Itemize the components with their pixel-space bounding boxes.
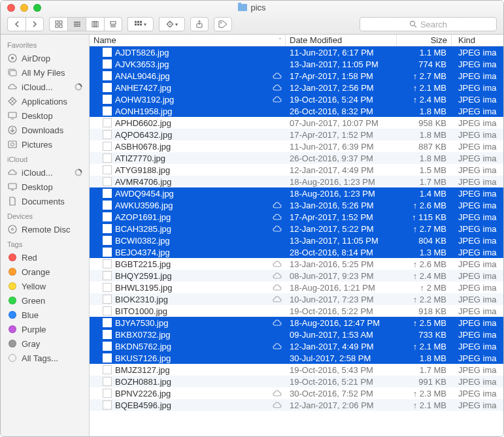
window-title: pics	[1, 3, 503, 12]
svg-point-46	[8, 225, 16, 233]
file-name: ANAL9046.jpg	[115, 71, 170, 81]
file-date: 13-Jan-2016, 5:25 PM	[286, 259, 397, 269]
file-row[interactable]: BCAH3285.jpg12-Jan-2017, 5:22 PM2.7 MBJP…	[90, 223, 503, 235]
sidebar-item-red[interactable]: Red	[1, 250, 89, 265]
file-row[interactable]: BCWI0382.jpg13-Jan-2017, 11:05 PM804 KBJ…	[90, 235, 503, 246]
file-row[interactable]: AONH1958.jpg26-Oct-2016, 8:32 PM1.8 MBJP…	[90, 105, 503, 117]
forward-button[interactable]	[25, 17, 44, 31]
minimize-button[interactable]	[20, 4, 28, 12]
sidebar-item-alltags[interactable]: All Tags...	[1, 351, 89, 365]
alltags-icon	[7, 353, 18, 363]
file-row[interactable]: BKBX0732.jpg09-Jun-2017, 1:53 AM733 KBJP…	[90, 329, 503, 340]
list-view-button[interactable]	[67, 17, 86, 31]
file-kind: JPEG ima	[452, 59, 503, 69]
zoom-button[interactable]	[33, 4, 41, 12]
file-row[interactable]: BHQY2591.jpg08-Jun-2017, 9:23 PM2.4 MBJP…	[90, 270, 503, 282]
close-button[interactable]	[7, 4, 15, 12]
coverflow-view-button[interactable]	[104, 17, 122, 31]
file-row[interactable]: BEJO4374.jpg28-Oct-2016, 8:14 PM1.3 MBJP…	[90, 246, 503, 258]
sidebar-item-yellow[interactable]: Yellow	[1, 279, 89, 293]
file-row[interactable]: AWKU3596.jpg13-Jan-2016, 5:26 PM2.6 MBJP…	[90, 199, 503, 211]
file-row[interactable]: BKDN5762.jpg12-Jan-2017, 4:49 PM2.1 MBJP…	[90, 340, 503, 352]
column-name[interactable]: Nameˆ	[90, 35, 286, 46]
file-size: 115 KB	[397, 212, 452, 222]
sidebar-item-gray[interactable]: Gray	[1, 336, 89, 351]
file-name: ASBH0678.jpg	[115, 142, 171, 152]
sidebar-item-documents[interactable]: Documents	[1, 194, 89, 208]
sidebar-item-green[interactable]: Green	[1, 293, 89, 308]
file-row[interactable]: BIOK2310.jpg10-Jun-2017, 7:23 PM2.2 MBJP…	[90, 293, 503, 305]
file-date: 12-Jan-2017, 2:56 PM	[286, 83, 397, 93]
sidebar-item-icloud[interactable]: iCloud...	[1, 165, 89, 180]
share-button[interactable]	[190, 17, 209, 31]
file-row[interactable]: AOHW3192.jpg19-Oct-2016, 5:24 PM2.4 MBJP…	[90, 93, 503, 105]
file-row[interactable]: BITO1000.jpg19-Oct-2016, 5:22 PM918 KBJP…	[90, 305, 503, 317]
file-row[interactable]: ANAL9046.jpg17-Apr-2017, 1:58 PM2.7 MBJP…	[90, 70, 503, 82]
file-row[interactable]: BOZH0881.jpg19-Oct-2016, 5:21 PM991 KBJP…	[90, 376, 503, 387]
search-field[interactable]: Search	[360, 17, 497, 31]
file-row[interactable]: ASBH0678.jpg11-Jun-2017, 6:39 PM887 KBJP…	[90, 140, 503, 152]
file-size: 804 KB	[397, 236, 452, 246]
file-size: 1.4 MB	[397, 189, 452, 199]
sidebar-item-applications[interactable]: Applications	[1, 94, 89, 108]
jpeg-file-icon	[103, 201, 112, 210]
file-name: ATYG9188.jpg	[115, 165, 170, 175]
file-row[interactable]: AQPO6432.jpg17-Apr-2017, 1:52 PM1.8 MBJP…	[90, 129, 503, 140]
cloud-icon	[273, 402, 282, 408]
jpeg-file-icon	[103, 212, 112, 221]
file-row[interactable]: APHD6602.jpg07-Jun-2017, 10:07 PM958 KBJ…	[90, 117, 503, 129]
action-button[interactable]: ▾	[159, 17, 185, 31]
svg-point-27	[220, 22, 222, 24]
sidebar-item-label: Remote Disc	[22, 225, 70, 235]
sidebar-item-desktop[interactable]: Desktop	[1, 180, 89, 194]
file-row[interactable]: AJVK3653.jpg13-Jan-2017, 11:05 PM774 KBJ…	[90, 58, 503, 70]
file-row[interactable]: BJYA7530.jpg18-Aug-2016, 12:47 PM2.5 MBJ…	[90, 317, 503, 329]
file-row[interactable]: BQEB4596.jpg12-Jan-2017, 2:06 PM2.1 MBJP…	[90, 399, 503, 411]
file-row[interactable]: BGBT2215.jpg13-Jan-2016, 5:25 PM2.6 MBJP…	[90, 258, 503, 270]
tags-button[interactable]	[214, 17, 232, 31]
file-row[interactable]: AZOP1691.jpg17-Apr-2017, 1:52 PM115 KBJP…	[90, 211, 503, 223]
file-row[interactable]: AJDT5826.jpg11-Jun-2017, 6:17 PM1.1 MBJP…	[90, 46, 503, 58]
file-name: ANHE7427.jpg	[115, 83, 171, 93]
file-row[interactable]: BMJZ3127.jpg19-Oct-2016, 5:43 PM1.7 MBJP…	[90, 364, 503, 376]
svg-rect-2	[56, 25, 58, 27]
icon-view-button[interactable]	[49, 17, 67, 31]
sidebar-item-label: Yellow	[22, 282, 46, 291]
sidebar-item-blue[interactable]: Blue	[1, 308, 89, 322]
file-date: 11-Jun-2017, 6:39 PM	[286, 142, 397, 152]
column-kind[interactable]: Kind	[452, 35, 503, 46]
sidebar-item-label: iCloud...	[22, 168, 53, 178]
sidebar-item-downloads[interactable]: Downloads	[1, 123, 89, 137]
sidebar-item-purple[interactable]: Purple	[1, 322, 89, 336]
sidebar-item-allmyfiles[interactable]: All My Files	[1, 65, 89, 80]
column-date[interactable]: Date Modified	[286, 35, 397, 46]
sidebar-item-airdrop[interactable]: AirDrop	[1, 51, 89, 65]
jpeg-file-icon	[103, 130, 112, 139]
sidebar-item-icloud[interactable]: iCloud...	[1, 80, 89, 94]
file-row[interactable]: ANHE7427.jpg12-Jan-2017, 2:56 PM2.1 MBJP…	[90, 82, 503, 93]
file-row[interactable]: ATYG9188.jpg12-Jan-2017, 4:49 PM1.5 MBJP…	[90, 164, 503, 176]
file-row[interactable]: BKUS7126.jpg30-Jul-2017, 2:58 PM1.8 MBJP…	[90, 352, 503, 364]
file-row[interactable]: ATIZ7770.jpg26-Oct-2016, 9:37 PM1.8 MBJP…	[90, 152, 503, 164]
file-row[interactable]: AWDQ9454.jpg18-Aug-2016, 1:23 PM1.4 MBJP…	[90, 187, 503, 199]
file-date: 18-Aug-2016, 1:23 PM	[286, 189, 397, 199]
sidebar-item-desktop[interactable]: Desktop	[1, 108, 89, 123]
file-row[interactable]: BHWL3195.jpg18-Aug-2016, 1:21 PM2 MBJPEG…	[90, 282, 503, 293]
column-view-button[interactable]	[86, 17, 104, 31]
sidebar-item-pictures[interactable]: Pictures	[1, 137, 89, 152]
back-button[interactable]	[7, 17, 25, 31]
file-kind: JPEG ima	[452, 48, 503, 57]
file-name: APHD6602.jpg	[115, 118, 171, 128]
arrange-button[interactable]: ▾	[127, 17, 154, 31]
svg-rect-37	[8, 112, 16, 118]
svg-rect-17	[137, 24, 139, 25]
file-row[interactable]: BPNV2226.jpg30-Oct-2016, 7:52 PM2.3 MBJP…	[90, 387, 503, 399]
file-row[interactable]: AVMR4706.jpg18-Aug-2016, 1:23 PM1.7 MBJP…	[90, 176, 503, 187]
sidebar-item-orange[interactable]: Orange	[1, 265, 89, 279]
file-date: 19-Oct-2016, 5:43 PM	[286, 365, 397, 375]
file-size: 2.7 MB	[397, 71, 452, 81]
sidebar-item-remotedisc[interactable]: Remote Disc	[1, 222, 89, 236]
file-name: BOZH0881.jpg	[115, 377, 171, 387]
column-size[interactable]: Size	[397, 35, 452, 46]
file-date: 12-Jan-2017, 2:06 PM	[286, 400, 397, 410]
